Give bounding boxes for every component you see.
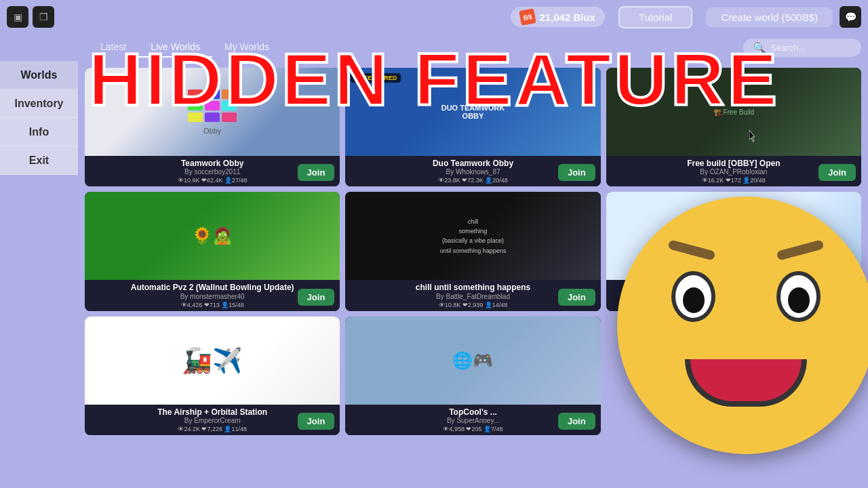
join-button-airship[interactable]: Join (298, 413, 335, 430)
world-info-duo: Duo Teamwork Obby By Whoknows_87 👁23.8K … (345, 156, 600, 186)
sidebar-info-label: Info (29, 126, 49, 138)
search-input[interactable] (770, 43, 852, 53)
join-button-chill[interactable]: Join (558, 289, 595, 306)
topcool-thumb-emoji: 🌐🎮 (452, 351, 493, 370)
join-button-circle[interactable]: Join (818, 289, 856, 306)
sidebar-worlds-label: Worlds (21, 69, 58, 81)
world-info-airship: The Airship + Orbital Station By Emperor… (85, 405, 340, 435)
world-info-chill: chill until something happens By Battle_… (345, 280, 600, 310)
tab-bar: Latest Live Worlds My Worlds 🔍 (81, 34, 868, 61)
world-card-teamwork[interactable]: Obby Teamwork Obby By soccerboy2011 👁10.… (85, 68, 340, 186)
blux-amount: 21,042 Blux (539, 12, 595, 23)
world-info-teamwork: Teamwork Obby By soccerboy2011 👁10.6K ❤6… (85, 156, 340, 186)
top-bar-left-icons: ▣ ❒ (7, 6, 54, 28)
join-button-pvz[interactable]: Join (298, 289, 335, 306)
duo-thumb-text: DUO TEAMWORKOBBY (435, 97, 512, 127)
top-bar: ▣ ❒ B$ 21,042 Blux Tutorial Create world… (0, 0, 868, 34)
tab-latest[interactable]: Latest (88, 37, 138, 58)
blux-counter: B$ 21,042 Blux (511, 7, 605, 27)
world-info-freebuild: Free build [OBBY] Open By OZAN_PRobloxia… (606, 156, 861, 186)
world-info-circle: Last To Leave Circle Wins By PlaceitEat … (606, 280, 861, 310)
worlds-grid: Obby Teamwork Obby By soccerboy2011 👁10.… (85, 68, 861, 435)
sidebar-exit-label: Exit (29, 155, 49, 167)
world-thumbnail-pvz: 🌻🧟 (85, 192, 340, 280)
sidebar-inventory-label: Inventory (14, 98, 63, 110)
world-card-duo[interactable]: DUO TEAMWORKOBBY ⭐ FEATURED Duo Teamwork… (345, 68, 600, 186)
freebuild-thumb-text: 🏗️ Free Build (707, 102, 761, 123)
world-card-topcool[interactable]: 🌐🎮 TopCool's ... By SuperAnney... 👁4,958… (345, 317, 600, 435)
chat-icon[interactable]: 💬 (840, 6, 861, 28)
world-thumbnail-circle (606, 192, 861, 280)
blocks-visual: Obby (181, 83, 243, 142)
featured-badge: ⭐ FEATURED (351, 73, 401, 83)
sidebar-item-inventory[interactable]: Inventory (0, 89, 78, 118)
world-card-chill[interactable]: chillsomething(basically a vibe place)un… (345, 192, 600, 310)
world-card-airship[interactable]: 🚂✈️ The Airship + Orbital Station By Emp… (85, 317, 340, 435)
sidebar-item-info[interactable]: Info (0, 118, 78, 146)
create-world-button[interactable]: Create world (500B$) (706, 7, 833, 27)
world-thumbnail-topcool: 🌐🎮 (345, 317, 600, 405)
world-card-freebuild[interactable]: 🏗️ Free Build Free build [OBBY] Open By … (606, 68, 861, 186)
tab-my-worlds[interactable]: My Worlds (212, 37, 281, 58)
window-icon-1[interactable]: ▣ (7, 6, 28, 28)
chill-thumb-text: chillsomething(basically a vibe place)un… (433, 210, 513, 263)
sidebar: Worlds Inventory Info Exit (0, 61, 78, 175)
join-button-duo[interactable]: Join (558, 164, 595, 181)
world-thumbnail-airship: 🚂✈️ (85, 317, 340, 405)
airship-thumb-emoji: 🚂✈️ (182, 346, 243, 375)
sidebar-item-worlds[interactable]: Worlds (0, 61, 78, 89)
world-card-circle[interactable]: Last To Leave Circle Wins By PlaceitEat … (606, 192, 861, 310)
pvz-thumb-emoji: 🌻🧟 (192, 226, 233, 245)
world-thumbnail-chill: chillsomething(basically a vibe place)un… (345, 192, 600, 280)
tab-live-worlds[interactable]: Live Worlds (138, 37, 212, 58)
blux-icon: B$ (519, 8, 536, 25)
circle-visual (707, 209, 761, 263)
search-bar: 🔍 (743, 39, 861, 57)
tutorial-button[interactable]: Tutorial (618, 6, 692, 28)
search-icon: 🔍 (753, 41, 766, 54)
world-info-topcool: TopCool's ... By SuperAnney... 👁4,958 ❤2… (345, 405, 600, 435)
window-icon-2[interactable]: ❒ (33, 6, 54, 28)
main-content: Obby Teamwork Obby By soccerboy2011 👁10.… (78, 61, 868, 488)
join-button-teamwork[interactable]: Join (298, 164, 335, 181)
sidebar-item-exit[interactable]: Exit (0, 146, 78, 175)
join-button-freebuild[interactable]: Join (818, 164, 856, 181)
join-button-topcool[interactable]: Join (558, 413, 595, 430)
world-thumbnail-freebuild: 🏗️ Free Build (606, 68, 861, 156)
world-thumbnail-teamwork: Obby (85, 68, 340, 156)
world-info-pvz: Automatic Pvz 2 (Wallnut Bowling Update)… (85, 280, 340, 310)
world-card-pvz[interactable]: 🌻🧟 Automatic Pvz 2 (Wallnut Bowling Upda… (85, 192, 340, 310)
